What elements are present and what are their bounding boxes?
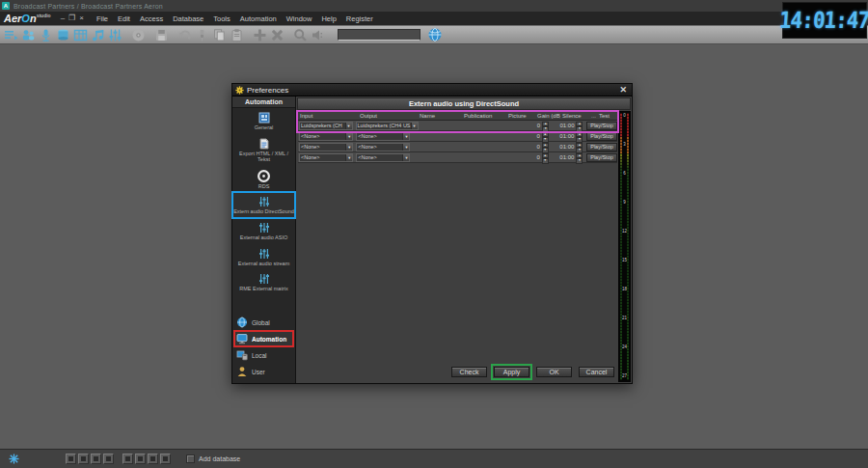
play-stop-button[interactable]: Play/Stop	[586, 143, 617, 151]
silence-stepper[interactable]: ▲▼	[576, 153, 583, 162]
input-combo[interactable]: <None>▼	[299, 143, 353, 151]
statusbar-button[interactable]	[91, 454, 101, 464]
scope-item-automation[interactable]: Automation	[234, 331, 293, 346]
gain-value[interactable]: 0	[525, 154, 542, 160]
statusbar-button[interactable]	[160, 454, 171, 464]
gain-stepper[interactable]: ▲▼	[542, 143, 549, 151]
publication-cell[interactable]	[454, 131, 497, 141]
menu-window[interactable]: Window	[282, 14, 317, 23]
silence-stepper[interactable]: ▲▼	[576, 143, 583, 151]
scope-item-global[interactable]: Global	[234, 315, 293, 330]
add-database-control[interactable]: Add database	[186, 454, 240, 463]
microphone-icon[interactable]	[37, 27, 54, 42]
statusbar-button[interactable]	[78, 454, 89, 464]
chevron-down-icon[interactable]: ▼	[402, 133, 409, 140]
publication-cell[interactable]	[456, 121, 498, 130]
ok-button[interactable]: OK	[536, 367, 572, 377]
save-icon[interactable]	[152, 27, 170, 42]
silence-stepper[interactable]: ▲▼	[576, 132, 583, 141]
picture-cell[interactable]	[498, 121, 525, 130]
delete-icon[interactable]	[268, 27, 285, 42]
gain-value[interactable]: 0	[525, 144, 542, 150]
silence-value[interactable]: 01:00	[549, 144, 577, 150]
gain-value[interactable]: 0	[526, 123, 543, 128]
scope-item-local[interactable]: Local	[234, 347, 293, 363]
gain-value[interactable]: 0	[525, 133, 542, 139]
play-stop-button[interactable]: Play/Stop	[586, 153, 617, 162]
sidebar-item-rds[interactable]: RDS	[232, 166, 295, 193]
chevron-down-icon[interactable]: ▼	[345, 144, 352, 151]
chevron-down-icon[interactable]: ▼	[345, 123, 352, 129]
close-icon[interactable]: ×	[79, 14, 84, 23]
search-icon[interactable]	[291, 27, 309, 42]
output-combo[interactable]: Luidsprekers (CH4 US▼	[356, 122, 419, 130]
menu-access[interactable]: Access	[135, 14, 168, 23]
picture-cell[interactable]	[497, 152, 525, 162]
publication-cell[interactable]	[454, 142, 497, 151]
cancel-button[interactable]: Cancel	[579, 367, 614, 377]
gain-stepper[interactable]: ▲▼	[542, 153, 549, 162]
chevron-down-icon[interactable]: ▼	[402, 154, 409, 161]
apply-button[interactable]: Apply	[494, 367, 529, 377]
menu-database[interactable]: Database	[168, 14, 208, 23]
name-cell[interactable]	[412, 131, 454, 141]
silence-stepper[interactable]: ▲▼	[576, 122, 583, 130]
input-combo[interactable]: <None>▼	[299, 132, 353, 141]
statusbar-button[interactable]	[122, 454, 133, 464]
picture-cell[interactable]	[497, 131, 525, 141]
output-combo[interactable]: <None>▼	[356, 132, 410, 141]
menu-file[interactable]: File	[92, 14, 113, 23]
paste-icon[interactable]	[228, 27, 245, 42]
sidebar-item-rme-external-matrix[interactable]: RME External matrix	[232, 269, 295, 295]
menu-edit[interactable]: Edit	[113, 14, 135, 23]
menu-register[interactable]: Register	[341, 14, 378, 23]
statusbar-button[interactable]	[66, 454, 76, 464]
silence-value[interactable]: 01:00	[549, 123, 576, 128]
add-icon[interactable]	[251, 27, 268, 42]
statusbar-button[interactable]	[148, 454, 158, 464]
sidebar-item-general[interactable]: General	[232, 108, 295, 134]
undo-icon[interactable]	[176, 27, 193, 42]
sidebar-item-external-audio-asio[interactable]: External audio ASIO	[232, 218, 295, 244]
silence-value[interactable]: 01:00	[549, 154, 577, 160]
dialog-close-icon[interactable]: ✕	[617, 85, 629, 95]
sidebar-item-extern-audio-directsound[interactable]: Extern audio DirectSound	[232, 192, 295, 218]
chevron-down-icon[interactable]: ▼	[345, 154, 352, 161]
output-combo[interactable]: <None>▼	[356, 143, 410, 151]
name-cell[interactable]	[412, 142, 454, 151]
music-icon[interactable]	[89, 27, 106, 42]
minimize-icon[interactable]: –	[61, 14, 65, 23]
output-combo[interactable]: <None>▼	[356, 153, 410, 162]
menu-automation[interactable]: Automation	[235, 14, 282, 23]
check-button[interactable]: Check	[451, 367, 487, 377]
statusbar-button[interactable]	[135, 454, 146, 464]
add-database-checkbox[interactable]	[186, 454, 195, 463]
input-combo[interactable]: <None>▼	[299, 153, 353, 162]
menu-tools[interactable]: Tools	[208, 14, 235, 23]
gain-stepper[interactable]: ▲▼	[542, 132, 549, 141]
publication-cell[interactable]	[454, 152, 497, 162]
picture-cell[interactable]	[497, 142, 525, 151]
menu-help[interactable]: Help	[316, 14, 340, 23]
sidebar-item-export-html-xml-tekst[interactable]: Export HTML / XML / Tekst	[232, 134, 295, 166]
chevron-down-icon[interactable]: ▼	[345, 133, 352, 140]
name-cell[interactable]	[415, 121, 456, 130]
name-cell[interactable]	[412, 152, 454, 162]
volume-icon[interactable]	[309, 27, 326, 42]
restore-icon[interactable]: ❐	[68, 14, 75, 23]
globe-icon[interactable]	[426, 27, 444, 42]
users-icon[interactable]	[19, 27, 37, 42]
grid-icon[interactable]	[71, 27, 89, 42]
play-stop-button[interactable]: Play/Stop	[586, 132, 617, 141]
playlist-icon[interactable]	[2, 27, 19, 42]
plug-icon[interactable]	[193, 27, 210, 42]
silence-value[interactable]: 01:00	[549, 133, 577, 139]
copy-icon[interactable]	[210, 27, 228, 42]
gain-stepper[interactable]: ▲▼	[542, 122, 549, 130]
database-icon[interactable]	[54, 27, 71, 42]
play-stop-button[interactable]: Play/Stop	[586, 122, 617, 130]
chevron-down-icon[interactable]: ▼	[402, 144, 409, 151]
scope-item-user[interactable]: User	[234, 364, 293, 379]
statusbar-button[interactable]	[103, 454, 114, 464]
input-combo[interactable]: Luidsprekers (CH▼	[299, 122, 353, 130]
